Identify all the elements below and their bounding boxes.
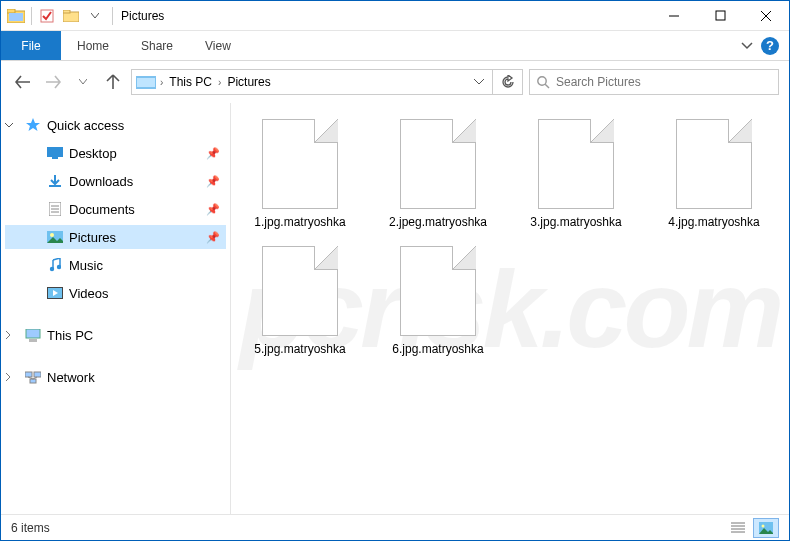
breadcrumb-root[interactable]: This PC: [167, 75, 214, 89]
page-fold-icon: [452, 246, 476, 270]
refresh-button[interactable]: [493, 69, 523, 95]
file-thumbnail: [676, 119, 752, 209]
page-fold-icon: [314, 246, 338, 270]
file-item[interactable]: 2.jpeg.matryoshka: [379, 119, 497, 230]
nav-item-pictures[interactable]: Pictures 📌: [5, 225, 226, 249]
svg-rect-7: [716, 11, 725, 20]
qat-properties-icon[interactable]: [36, 5, 58, 27]
back-button[interactable]: [11, 70, 35, 94]
page-fold-icon: [728, 119, 752, 143]
status-bar: 6 items: [1, 514, 789, 540]
svg-rect-11: [137, 78, 155, 87]
pc-icon: [23, 329, 43, 342]
view-details-button[interactable]: [725, 518, 751, 538]
nav-item-downloads[interactable]: Downloads 📌: [5, 169, 226, 193]
ribbon: File Home Share View ?: [1, 31, 789, 61]
file-name: 1.jpg.matryoshka: [254, 215, 345, 230]
file-item[interactable]: 4.jpg.matryoshka: [655, 119, 773, 230]
file-item[interactable]: 3.jpg.matryoshka: [517, 119, 635, 230]
forward-button[interactable]: [41, 70, 65, 94]
nav-item-label: Videos: [65, 286, 220, 301]
desktop-icon: [45, 147, 65, 159]
svg-point-39: [762, 524, 765, 527]
chevron-right-icon[interactable]: [5, 373, 23, 381]
nav-this-pc-label: This PC: [43, 328, 220, 343]
svg-rect-14: [47, 147, 63, 157]
nav-item-label: Pictures: [65, 230, 206, 245]
nav-item-documents[interactable]: Documents 📌: [5, 197, 226, 221]
file-thumbnail: [538, 119, 614, 209]
pictures-icon: [45, 231, 65, 243]
file-item[interactable]: 5.jpg.matryoshka: [241, 246, 359, 357]
nav-item-label: Music: [65, 258, 220, 273]
documents-icon: [45, 202, 65, 216]
search-icon: [536, 75, 550, 89]
file-name: 5.jpg.matryoshka: [254, 342, 345, 357]
titlebar: Pictures: [1, 1, 789, 31]
svg-rect-29: [25, 372, 32, 377]
nav-item-desktop[interactable]: Desktop 📌: [5, 141, 226, 165]
svg-point-23: [57, 265, 61, 269]
search-box[interactable]: [529, 69, 779, 95]
svg-point-12: [538, 77, 546, 85]
network-icon: [23, 371, 43, 384]
tab-view[interactable]: View: [189, 31, 247, 60]
file-thumbnail: [262, 119, 338, 209]
file-item[interactable]: 6.jpg.matryoshka: [379, 246, 497, 357]
navigation-pane[interactable]: Quick access Desktop 📌 Downloads 📌 Docum…: [1, 103, 231, 514]
file-thumbnail: [262, 246, 338, 336]
pin-icon: 📌: [206, 203, 220, 216]
maximize-button[interactable]: [697, 1, 743, 31]
file-thumbnail: [400, 119, 476, 209]
nav-item-label: Desktop: [65, 146, 206, 161]
svg-point-21: [50, 233, 54, 237]
breadcrumb-sep-1[interactable]: ›: [218, 77, 221, 88]
svg-rect-1: [7, 9, 15, 13]
file-tab[interactable]: File: [1, 31, 61, 60]
qat-dropdown-icon[interactable]: [84, 5, 106, 27]
pin-icon: 📌: [206, 231, 220, 244]
close-button[interactable]: [743, 1, 789, 31]
svg-rect-2: [9, 13, 23, 21]
up-button[interactable]: [101, 70, 125, 94]
nav-quick-access[interactable]: Quick access: [5, 113, 226, 137]
file-item[interactable]: 1.jpg.matryoshka: [241, 119, 359, 230]
ribbon-expand-icon[interactable]: [741, 42, 753, 50]
page-fold-icon: [590, 119, 614, 143]
window-title: Pictures: [115, 9, 164, 23]
nav-item-music[interactable]: Music: [5, 253, 226, 277]
nav-item-videos[interactable]: Videos: [5, 281, 226, 305]
breadcrumb-current[interactable]: Pictures: [225, 75, 272, 89]
content-area[interactable]: pcrisk.com 1.jpg.matryoshka2.jpeg.matryo…: [231, 103, 789, 514]
nav-item-label: Downloads: [65, 174, 206, 189]
downloads-icon: [45, 174, 65, 188]
chevron-right-icon[interactable]: [5, 331, 23, 339]
file-grid: 1.jpg.matryoshka2.jpeg.matryoshka3.jpg.m…: [241, 119, 779, 357]
breadcrumb-sep-0[interactable]: ›: [160, 77, 163, 88]
address-dropdown-icon[interactable]: [470, 79, 488, 85]
tab-home[interactable]: Home: [61, 31, 125, 60]
body: Quick access Desktop 📌 Downloads 📌 Docum…: [1, 103, 789, 514]
pin-icon: 📌: [206, 175, 220, 188]
search-input[interactable]: [556, 75, 772, 89]
nav-network-label: Network: [43, 370, 220, 385]
svg-rect-5: [63, 10, 70, 13]
explorer-app-icon[interactable]: [5, 5, 27, 27]
qat-newfolder-icon[interactable]: [60, 5, 82, 27]
nav-item-label: Documents: [65, 202, 206, 217]
nav-this-pc[interactable]: This PC: [5, 323, 226, 347]
chevron-down-icon[interactable]: [5, 121, 23, 129]
tab-share[interactable]: Share: [125, 31, 189, 60]
address-bar[interactable]: › This PC › Pictures: [131, 69, 493, 95]
recent-locations-dropdown[interactable]: [71, 70, 95, 94]
help-icon[interactable]: ?: [761, 37, 779, 55]
minimize-button[interactable]: [651, 1, 697, 31]
file-name: 6.jpg.matryoshka: [392, 342, 483, 357]
file-thumbnail: [400, 246, 476, 336]
star-icon: [23, 117, 43, 133]
svg-rect-31: [30, 379, 36, 383]
view-thumbnails-button[interactable]: [753, 518, 779, 538]
nav-network[interactable]: Network: [5, 365, 226, 389]
explorer-window: Pictures File Home Share View ?: [0, 0, 790, 541]
svg-rect-28: [29, 339, 37, 342]
